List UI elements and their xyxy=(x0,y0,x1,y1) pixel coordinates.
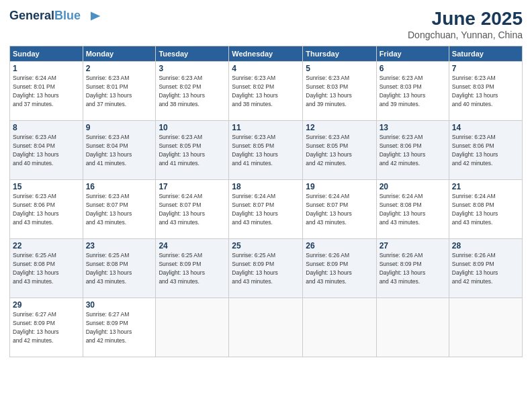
location: Dongchuan, Yunnan, China xyxy=(408,30,523,40)
logo: GeneralBlue xyxy=(9,8,101,24)
day-number: 25 xyxy=(232,241,300,250)
table-row xyxy=(156,298,229,357)
day-number: 15 xyxy=(13,182,80,191)
svg-marker-0 xyxy=(91,12,100,21)
table-row: 4Sunrise: 6:23 AMSunset: 8:02 PMDaylight… xyxy=(229,62,303,121)
table-row: 27Sunrise: 6:26 AMSunset: 8:09 PMDayligh… xyxy=(376,239,449,298)
day-info: Sunrise: 6:25 AMSunset: 8:08 PMDaylight:… xyxy=(13,252,59,285)
day-info: Sunrise: 6:27 AMSunset: 8:09 PMDaylight:… xyxy=(13,311,59,344)
day-info: Sunrise: 6:24 AMSunset: 8:08 PMDaylight:… xyxy=(380,193,426,226)
day-number: 4 xyxy=(232,64,300,73)
day-info: Sunrise: 6:23 AMSunset: 8:02 PMDaylight:… xyxy=(232,75,278,107)
day-info: Sunrise: 6:26 AMSunset: 8:09 PMDaylight:… xyxy=(306,252,352,285)
table-row: 22Sunrise: 6:25 AMSunset: 8:08 PMDayligh… xyxy=(10,239,83,298)
day-info: Sunrise: 6:24 AMSunset: 8:07 PMDaylight:… xyxy=(306,193,352,226)
day-number: 9 xyxy=(86,123,153,132)
day-number: 7 xyxy=(452,64,519,73)
col-sunday: Sunday xyxy=(10,46,83,62)
table-row: 28Sunrise: 6:26 AMSunset: 8:09 PMDayligh… xyxy=(449,239,522,298)
table-row: 8Sunrise: 6:23 AMSunset: 8:04 PMDaylight… xyxy=(10,121,83,180)
table-row: 5Sunrise: 6:23 AMSunset: 8:03 PMDaylight… xyxy=(303,62,376,121)
col-saturday: Saturday xyxy=(449,46,522,62)
table-row xyxy=(449,298,522,357)
table-row: 29Sunrise: 6:27 AMSunset: 8:09 PMDayligh… xyxy=(10,298,83,357)
day-number: 28 xyxy=(452,241,519,250)
day-number: 17 xyxy=(159,182,226,191)
col-friday: Friday xyxy=(376,46,449,62)
day-info: Sunrise: 6:23 AMSunset: 8:06 PMDaylight:… xyxy=(452,134,498,167)
col-tuesday: Tuesday xyxy=(156,46,229,62)
day-info: Sunrise: 6:24 AMSunset: 8:07 PMDaylight:… xyxy=(232,193,278,226)
table-row xyxy=(376,298,449,357)
table-row: 19Sunrise: 6:24 AMSunset: 8:07 PMDayligh… xyxy=(303,180,376,239)
calendar-week-1: 1Sunrise: 6:24 AMSunset: 8:01 PMDaylight… xyxy=(10,62,523,121)
day-number: 14 xyxy=(452,123,519,132)
table-row: 7Sunrise: 6:23 AMSunset: 8:03 PMDaylight… xyxy=(449,62,522,121)
day-number: 12 xyxy=(306,123,373,132)
table-row: 30Sunrise: 6:27 AMSunset: 8:09 PMDayligh… xyxy=(83,298,156,357)
table-row: 18Sunrise: 6:24 AMSunset: 8:07 PMDayligh… xyxy=(229,180,303,239)
day-number: 23 xyxy=(86,241,153,250)
day-number: 29 xyxy=(13,300,80,310)
month-title: June 2025 xyxy=(408,8,523,30)
table-row: 15Sunrise: 6:23 AMSunset: 8:06 PMDayligh… xyxy=(10,180,83,239)
day-number: 18 xyxy=(232,182,300,191)
table-row: 16Sunrise: 6:23 AMSunset: 8:07 PMDayligh… xyxy=(83,180,156,239)
day-number: 20 xyxy=(380,182,446,191)
day-info: Sunrise: 6:23 AMSunset: 8:04 PMDaylight:… xyxy=(13,134,59,167)
calendar-week-3: 15Sunrise: 6:23 AMSunset: 8:06 PMDayligh… xyxy=(10,180,523,239)
table-row: 20Sunrise: 6:24 AMSunset: 8:08 PMDayligh… xyxy=(376,180,449,239)
col-monday: Monday xyxy=(83,46,156,62)
day-number: 30 xyxy=(86,300,153,310)
day-info: Sunrise: 6:23 AMSunset: 8:04 PMDaylight:… xyxy=(86,134,132,167)
day-info: Sunrise: 6:23 AMSunset: 8:06 PMDaylight:… xyxy=(13,193,59,226)
day-info: Sunrise: 6:24 AMSunset: 8:08 PMDaylight:… xyxy=(452,193,498,226)
table-row: 13Sunrise: 6:23 AMSunset: 8:06 PMDayligh… xyxy=(376,121,449,180)
day-number: 13 xyxy=(380,123,446,132)
table-row: 12Sunrise: 6:23 AMSunset: 8:05 PMDayligh… xyxy=(303,121,376,180)
table-row: 24Sunrise: 6:25 AMSunset: 8:09 PMDayligh… xyxy=(156,239,229,298)
table-row: 10Sunrise: 6:23 AMSunset: 8:05 PMDayligh… xyxy=(156,121,229,180)
table-row: 23Sunrise: 6:25 AMSunset: 8:08 PMDayligh… xyxy=(83,239,156,298)
calendar-week-5: 29Sunrise: 6:27 AMSunset: 8:09 PMDayligh… xyxy=(10,298,523,357)
day-number: 24 xyxy=(159,241,226,250)
logo-text: GeneralBlue xyxy=(9,8,101,24)
table-row: 26Sunrise: 6:26 AMSunset: 8:09 PMDayligh… xyxy=(303,239,376,298)
calendar-container: GeneralBlue June 2025 Dongchuan, Yunnan,… xyxy=(0,0,532,411)
table-row: 9Sunrise: 6:23 AMSunset: 8:04 PMDaylight… xyxy=(83,121,156,180)
day-info: Sunrise: 6:25 AMSunset: 8:09 PMDaylight:… xyxy=(159,252,205,285)
col-thursday: Thursday xyxy=(303,46,376,62)
table-row: 25Sunrise: 6:25 AMSunset: 8:09 PMDayligh… xyxy=(229,239,303,298)
day-number: 26 xyxy=(306,241,373,250)
calendar-week-2: 8Sunrise: 6:23 AMSunset: 8:04 PMDaylight… xyxy=(10,121,523,180)
table-row: 6Sunrise: 6:23 AMSunset: 8:03 PMDaylight… xyxy=(376,62,449,121)
day-number: 2 xyxy=(86,64,153,73)
table-row: 14Sunrise: 6:23 AMSunset: 8:06 PMDayligh… xyxy=(449,121,522,180)
day-number: 10 xyxy=(159,123,226,132)
day-info: Sunrise: 6:24 AMSunset: 8:01 PMDaylight:… xyxy=(13,75,59,107)
table-row: 1Sunrise: 6:24 AMSunset: 8:01 PMDaylight… xyxy=(10,62,83,121)
day-info: Sunrise: 6:25 AMSunset: 8:08 PMDaylight:… xyxy=(86,252,132,285)
calendar-week-4: 22Sunrise: 6:25 AMSunset: 8:08 PMDayligh… xyxy=(10,239,523,298)
day-info: Sunrise: 6:23 AMSunset: 8:03 PMDaylight:… xyxy=(306,75,352,107)
table-row: 17Sunrise: 6:24 AMSunset: 8:07 PMDayligh… xyxy=(156,180,229,239)
title-block: June 2025 Dongchuan, Yunnan, China xyxy=(408,8,523,40)
day-number: 27 xyxy=(380,241,446,250)
day-info: Sunrise: 6:23 AMSunset: 8:02 PMDaylight:… xyxy=(159,75,205,107)
calendar-table: Sunday Monday Tuesday Wednesday Thursday… xyxy=(9,46,523,357)
day-info: Sunrise: 6:26 AMSunset: 8:09 PMDaylight:… xyxy=(380,252,426,285)
day-number: 1 xyxy=(13,64,80,73)
day-number: 3 xyxy=(159,64,226,73)
header: GeneralBlue June 2025 Dongchuan, Yunnan,… xyxy=(9,8,523,40)
table-row xyxy=(303,298,376,357)
day-info: Sunrise: 6:23 AMSunset: 8:07 PMDaylight:… xyxy=(86,193,132,226)
table-row: 11Sunrise: 6:23 AMSunset: 8:05 PMDayligh… xyxy=(229,121,303,180)
table-row: 3Sunrise: 6:23 AMSunset: 8:02 PMDaylight… xyxy=(156,62,229,121)
table-row xyxy=(229,298,303,357)
table-row: 2Sunrise: 6:23 AMSunset: 8:01 PMDaylight… xyxy=(83,62,156,121)
day-info: Sunrise: 6:26 AMSunset: 8:09 PMDaylight:… xyxy=(452,252,498,285)
calendar-header-row: Sunday Monday Tuesday Wednesday Thursday… xyxy=(10,46,523,62)
day-info: Sunrise: 6:23 AMSunset: 8:06 PMDaylight:… xyxy=(380,134,426,167)
day-info: Sunrise: 6:23 AMSunset: 8:05 PMDaylight:… xyxy=(306,134,352,167)
day-info: Sunrise: 6:25 AMSunset: 8:09 PMDaylight:… xyxy=(232,252,278,285)
